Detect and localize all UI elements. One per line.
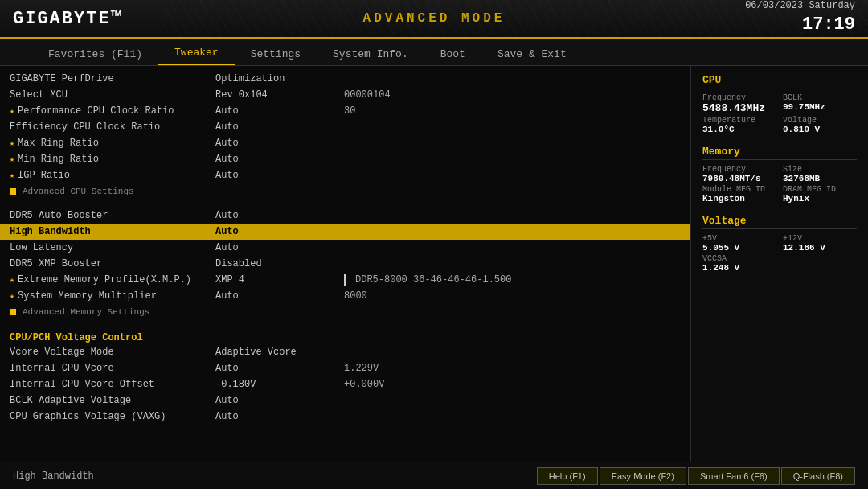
tab-settings[interactable]: Settings	[235, 43, 317, 65]
vccsa-label: VCCSA	[702, 254, 776, 263]
tab-sysinfo[interactable]: System Info.	[317, 43, 424, 65]
right-info-panel: CPU Frequency 5488.43MHz BCLK 99.75MHz T…	[691, 66, 868, 462]
row-high-bandwidth[interactable]: High Bandwidth Auto	[0, 224, 690, 240]
mode-title: ADVANCED MODE	[363, 11, 506, 26]
mem-freq-label: Frequency	[702, 165, 776, 174]
status-buttons: Help (F1) Easy Mode (F2) Smart Fan 6 (F6…	[537, 467, 855, 485]
v5-value: 5.055 V	[702, 243, 776, 253]
date-display: 06/03/2023 Saturday	[745, 0, 855, 13]
row-perf-cpu-clock[interactable]: ★Performance CPU Clock Ratio Auto 30	[0, 103, 690, 119]
v5-label: +5V	[702, 234, 776, 243]
row-perfdrive[interactable]: GIGABYTE PerfDrive Optimization	[0, 71, 690, 87]
settings-table: GIGABYTE PerfDrive Optimization Select M…	[0, 71, 690, 425]
spacer-1	[0, 199, 690, 208]
row-ddr5-autobooster[interactable]: DDR5 Auto Booster Auto	[0, 208, 690, 224]
tab-tweaker[interactable]: Tweaker	[158, 42, 235, 65]
cpu-freq-label: Frequency	[702, 93, 776, 102]
cpu-info-section: CPU Frequency 5488.43MHz BCLK 99.75MHz T…	[702, 74, 857, 134]
cpu-temp-label: Temperature	[702, 116, 776, 125]
smartfan-button[interactable]: Smart Fan 6 (F6)	[688, 467, 780, 485]
row-int-cpu-vcore[interactable]: Internal CPU Vcore Auto 1.229V	[0, 360, 690, 376]
row-voltage-group: CPU/PCH Voltage Control	[0, 328, 690, 344]
row-bclk-adaptive[interactable]: BCLK Adaptive Voltage Auto	[0, 392, 690, 409]
v12-label: +12V	[783, 234, 857, 243]
cpu-temp-value: 31.0°C	[702, 125, 776, 134]
row-sys-mem-mult[interactable]: ★System Memory Multiplier Auto 8000	[0, 288, 690, 304]
tab-saveexit[interactable]: Save & Exit	[481, 43, 583, 65]
cpu-info-grid: Frequency 5488.43MHz BCLK 99.75MHz Tempe…	[702, 93, 857, 134]
voltage-info-section: Voltage +5V 5.055 V +12V 12.186 V VCCSA …	[702, 215, 857, 273]
mem-dram-label: DRAM MFG ID	[783, 185, 857, 194]
mem-size-value: 32768MB	[783, 174, 857, 183]
datetime: 06/03/2023 Saturday 17:19	[745, 0, 855, 38]
row-vcore-offset[interactable]: Internal CPU Vcore Offset -0.180V +0.000…	[0, 376, 690, 392]
row-xmp[interactable]: ★Extreme Memory Profile(X.M.P.) XMP 4 DD…	[0, 272, 690, 288]
tab-boot[interactable]: Boot	[424, 43, 481, 65]
mem-size-label: Size	[783, 165, 857, 174]
row-ddr5-xmp-booster[interactable]: DDR5 XMP Booster Disabled	[0, 256, 690, 272]
mem-mfgid-value: Kingston	[702, 194, 776, 203]
cpu-bclk-value: 99.75MHz	[783, 102, 857, 112]
row-adv-mem-settings[interactable]: Advanced Memory Settings	[0, 304, 690, 320]
status-text: High Bandwidth	[13, 471, 537, 482]
tab-favorites[interactable]: Favorites (F11)	[32, 43, 158, 65]
row-cpu-graphics-voltage[interactable]: CPU Graphics Voltage (VAXG) Auto	[0, 409, 690, 425]
row-vcore-mode[interactable]: Vcore Voltage Mode Adaptive Vcore	[0, 344, 690, 360]
main-content: GIGABYTE PerfDrive Optimization Select M…	[0, 66, 868, 462]
help-button[interactable]: Help (F1)	[537, 467, 598, 485]
cpu-section-title: CPU	[702, 74, 857, 88]
row-max-ring[interactable]: ★Max Ring Ratio Auto	[0, 135, 690, 151]
row-eff-cpu-clock[interactable]: Efficiency CPU Clock Ratio Auto	[0, 119, 690, 135]
mem-mfgid-label: Module MFG ID	[702, 185, 776, 194]
row-min-ring[interactable]: ★Min Ring Ratio Auto	[0, 151, 690, 167]
header: GIGABYTE™ ADVANCED MODE 06/03/2023 Satur…	[0, 0, 868, 39]
time-display: 17:19	[745, 13, 855, 38]
cpu-voltage-label: Voltage	[783, 116, 857, 125]
memory-info-section: Memory Frequency 7980.48MT/s Size 32768M…	[702, 146, 857, 203]
voltage-info-grid: +5V 5.055 V +12V 12.186 V VCCSA 1.248 V	[702, 234, 857, 273]
memory-info-grid: Frequency 7980.48MT/s Size 32768MB Modul…	[702, 165, 857, 203]
qflash-button[interactable]: Q-Flash (F8)	[781, 467, 855, 485]
row-low-latency[interactable]: Low Latency Auto	[0, 240, 690, 256]
cpu-freq-value: 5488.43MHz	[702, 102, 776, 114]
mem-dram-value: Hynix	[783, 194, 857, 203]
settings-panel: GIGABYTE PerfDrive Optimization Select M…	[0, 66, 691, 462]
row-igp-ratio[interactable]: ★IGP Ratio Auto	[0, 167, 690, 183]
cpu-bclk-label: BCLK	[783, 93, 857, 102]
v12-value: 12.186 V	[783, 243, 857, 253]
row-selectmcu[interactable]: Select MCU Rev 0x104 00000104	[0, 87, 690, 103]
cpu-voltage-value: 0.810 V	[783, 125, 857, 134]
memory-section-title: Memory	[702, 146, 857, 160]
nav-tabs: Favorites (F11) Tweaker Settings System …	[0, 39, 868, 66]
gigabyte-logo: GIGABYTE™	[13, 9, 123, 29]
row-adv-cpu-settings[interactable]: Advanced CPU Settings	[0, 183, 690, 199]
voltage-section-title: Voltage	[702, 215, 857, 229]
easymode-button[interactable]: Easy Mode (F2)	[600, 467, 686, 485]
status-bar: High Bandwidth Help (F1) Easy Mode (F2) …	[0, 462, 868, 489]
spacer-2	[0, 320, 690, 328]
mem-freq-value: 7980.48MT/s	[702, 174, 776, 183]
vccsa-value: 1.248 V	[702, 263, 776, 273]
